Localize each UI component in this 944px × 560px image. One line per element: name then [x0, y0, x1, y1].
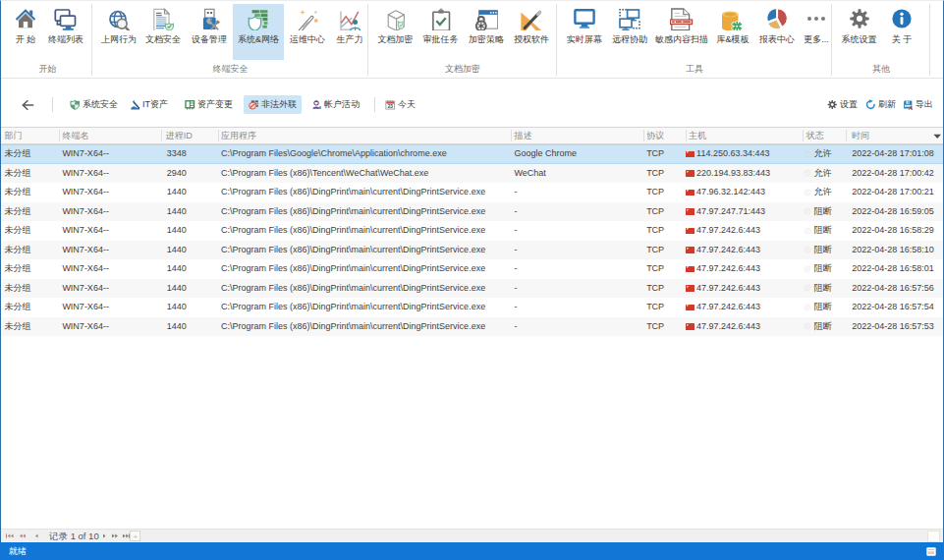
ribbon-group-4: 实时屏幕 远程协助 敏感内容扫描 库&模板报表中心 更多...工具: [557, 1, 832, 79]
cell-dept: 未分组: [1, 298, 59, 317]
pager-append-button[interactable]: +: [130, 531, 140, 541]
status-message-icon[interactable]: [926, 547, 936, 556]
cell-terminal: WIN7-X64--: [59, 221, 161, 241]
grid-header-7[interactable]: 主机: [686, 128, 804, 143]
toolbar-button-today[interactable]: 23 今天: [380, 95, 420, 114]
ribbon-button-ops-center[interactable]: 运维中心: [284, 4, 331, 60]
grid-header-6[interactable]: 协议: [643, 128, 686, 143]
cell-desc: -: [511, 279, 643, 299]
pager-next-button[interactable]: [103, 530, 106, 542]
svg-text:A: A: [908, 104, 913, 110]
toolbar-button-it-asset[interactable]: IT资产: [125, 95, 173, 114]
cell-proto: TCP: [643, 221, 686, 241]
toolbar-button-account-activity[interactable]: 帐户活动: [306, 95, 364, 114]
cell-time: 2022-04-28 16:58:29: [846, 221, 943, 241]
table-row[interactable]: 未分组WIN7-X64--1440C:\Program Files (x86)\…: [1, 279, 943, 299]
cell-proto: TCP: [643, 241, 686, 260]
table-row[interactable]: 未分组WIN7-X64--1440C:\Program Files (x86)\…: [1, 317, 943, 337]
host-text: 47.97.242.6:443: [696, 317, 760, 337]
toolbar-button-settings-gear[interactable]: 设置: [822, 95, 862, 114]
table-row[interactable]: 未分组WIN7-X64--1440C:\Program Files (x86)\…: [1, 259, 943, 279]
status-text: 阻断: [814, 298, 832, 317]
toolbar-button-shield-safe[interactable]: 系统安全: [65, 95, 123, 114]
ribbon-button-more[interactable]: 更多...: [800, 4, 833, 60]
status-text: 允许: [814, 144, 832, 164]
ribbon-button-doc-security[interactable]: 文档安全: [140, 4, 186, 60]
table-row[interactable]: 未分组WIN7-X64--2940C:\Program Files (x86)\…: [1, 164, 943, 184]
toolbar-button-illegal-conn[interactable]: 非法外联: [244, 95, 302, 114]
ribbon-button-realtime-screen[interactable]: 实时屏幕: [562, 4, 607, 60]
table-row[interactable]: 未分组WIN7-X64--1440C:\Program Files (x86)\…: [1, 298, 943, 317]
ribbon-button-label: 更多...: [804, 34, 829, 45]
approve-task-icon: [429, 7, 453, 30]
table-row[interactable]: 未分组WIN7-X64--3348C:\Program Files\Google…: [1, 144, 943, 164]
cell-proto: TCP: [643, 202, 686, 222]
lib-template-icon: [721, 7, 745, 30]
plus-glyph: +: [134, 532, 139, 541]
pager-first-button[interactable]: [6, 530, 14, 542]
cell-terminal: WIN7-X64--: [59, 317, 161, 337]
ribbon-button-doc-encrypt[interactable]: 文档加密: [373, 4, 417, 60]
pager-last-button[interactable]: [123, 530, 131, 542]
china-flag-icon: [686, 323, 694, 330]
grid-header-4[interactable]: 应用程序: [218, 128, 511, 143]
ribbon-button-encrypt-policy[interactable]: 加密策略: [464, 4, 509, 60]
ribbon-button-sensitive-scan[interactable]: 敏感内容扫描: [652, 4, 711, 60]
grid-header-1[interactable]: 部门: [1, 128, 59, 143]
status-allow-icon: [804, 189, 811, 196]
toolbar-buttons: 系统安全 IT资产 资产变更 非法外联 帐户活动 23 今天 设置 刷新 A 导…: [1, 95, 943, 114]
ribbon-button-remote-assist[interactable]: 远程协助: [607, 4, 652, 60]
grid-header-8[interactable]: 状态: [803, 128, 846, 143]
toolbar-button-label: 今天: [398, 98, 416, 111]
header-column-separator: [161, 130, 162, 141]
toolbar-button-label: 非法外联: [261, 98, 297, 111]
cell-desc: -: [511, 317, 643, 337]
ribbon-button-sys-network[interactable]: 系统&网络: [233, 4, 284, 60]
toolbar-button-asset-change[interactable]: 资产变更: [180, 95, 238, 114]
cell-dept: 未分组: [1, 279, 59, 299]
ribbon-group-items: 实时屏幕 远程协助 敏感内容扫描 库&模板报表中心 更多...: [562, 4, 833, 60]
grid-header-label: 描述: [514, 131, 531, 140]
table-row[interactable]: 未分组WIN7-X64--1440C:\Program Files (x86)\…: [1, 221, 943, 241]
ribbon-button-productivity[interactable]: 生产力: [331, 4, 368, 60]
grid-header-2[interactable]: 终端名: [59, 128, 161, 143]
status-text: 阻断: [814, 259, 832, 279]
grid-header-5[interactable]: 描述: [511, 128, 643, 143]
ribbon-button-approve-task[interactable]: 审批任务: [417, 4, 464, 60]
ribbon-button-home[interactable]: 开 始: [8, 4, 43, 60]
realtime-screen-icon: [573, 7, 596, 30]
ribbon-button-terminal-list[interactable]: 终端列表: [43, 4, 88, 60]
grid-header-dropdown-icon[interactable]: [927, 128, 943, 143]
pager-side-button[interactable]: [927, 531, 940, 542]
ribbon-button-label: 报表中心: [759, 34, 795, 45]
pager-prev-button[interactable]: [35, 530, 38, 542]
more-icon: [805, 7, 828, 30]
table-row[interactable]: 未分组WIN7-X64--1440C:\Program Files (x86)\…: [1, 202, 943, 222]
status-text: 阻断: [814, 279, 832, 299]
ribbon-button-about[interactable]: 关 于: [881, 4, 922, 60]
china-flag-icon: [686, 208, 694, 215]
ribbon-button-lib-template[interactable]: 库&模板: [711, 4, 754, 60]
ribbon-button-report-center[interactable]: 报表中心: [754, 4, 800, 60]
toolbar-button-refresh[interactable]: 刷新: [861, 95, 901, 114]
pager-prev-page-button[interactable]: [20, 530, 26, 542]
ribbon-button-web-behavior[interactable]: 上网行为: [97, 4, 140, 60]
table-row[interactable]: 未分组WIN7-X64--1440C:\Program Files (x86)\…: [1, 183, 943, 202]
grid-header-label: 时间: [852, 131, 869, 140]
cell-dept: 未分组: [1, 183, 59, 202]
status-block-icon: [804, 322, 811, 330]
svg-text:23: 23: [388, 104, 394, 109]
cell-dept: 未分组: [1, 241, 59, 260]
pager-next-page-button[interactable]: [112, 530, 118, 542]
toolbar-button-export[interactable]: A 导出: [898, 95, 938, 114]
ribbon-button-sys-settings[interactable]: 系统设置: [837, 4, 881, 60]
china-flag-icon: [686, 190, 694, 196]
cell-terminal: WIN7-X64--: [59, 298, 161, 317]
ribbon-button-device-mgmt[interactable]: 设备管理: [186, 4, 233, 60]
cell-terminal: WIN7-X64--: [59, 144, 161, 164]
ribbon-button-authorize-soft[interactable]: 授权软件: [509, 4, 554, 60]
host-text: 114.250.63.34:443: [696, 144, 769, 164]
ribbon-button-label: 运维中心: [290, 34, 325, 45]
grid-header-3[interactable]: 进程ID: [161, 128, 218, 143]
table-row[interactable]: 未分组WIN7-X64--1440C:\Program Files (x86)\…: [1, 241, 943, 260]
